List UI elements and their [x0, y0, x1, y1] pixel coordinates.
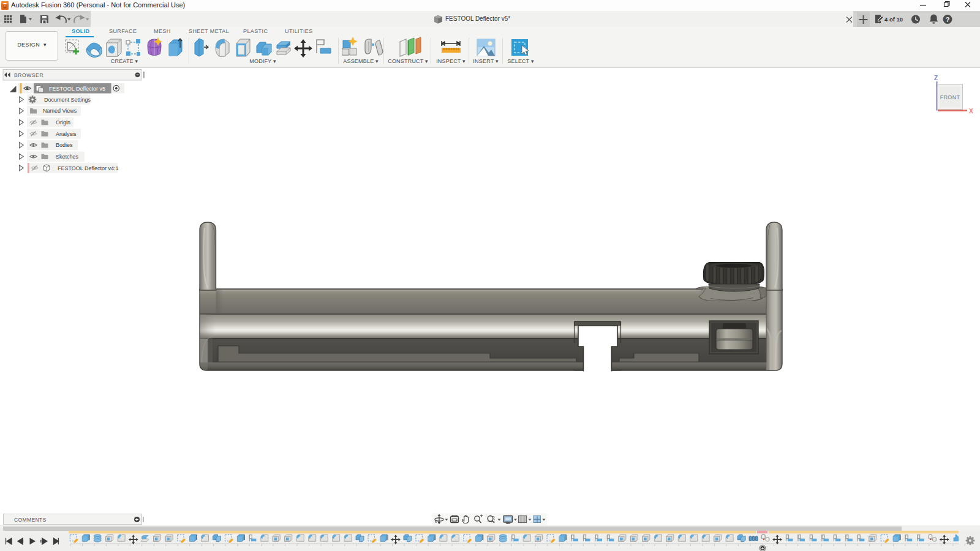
svg-text:Z: Z: [934, 75, 938, 81]
svg-text:FESTOOL Deflector v4:1: FESTOOL Deflector v4:1: [58, 165, 119, 171]
svg-text:FRONT: FRONT: [940, 94, 960, 100]
svg-text:Named Views: Named Views: [43, 108, 77, 114]
svg-text:?: ?: [946, 16, 950, 23]
svg-text:Bodies: Bodies: [56, 142, 73, 148]
svg-text:FESTOOL Deflector v5: FESTOOL Deflector v5: [49, 86, 105, 92]
svg-text:Origin: Origin: [56, 119, 70, 126]
svg-text:Analysis: Analysis: [56, 131, 77, 137]
svg-text:Document Settings: Document Settings: [44, 97, 91, 103]
svg-text:X: X: [969, 108, 973, 114]
svg-text:Sketches: Sketches: [56, 154, 79, 160]
svg-text:4 of 10: 4 of 10: [884, 16, 903, 23]
svg-text:BROWSER: BROWSER: [14, 72, 43, 78]
